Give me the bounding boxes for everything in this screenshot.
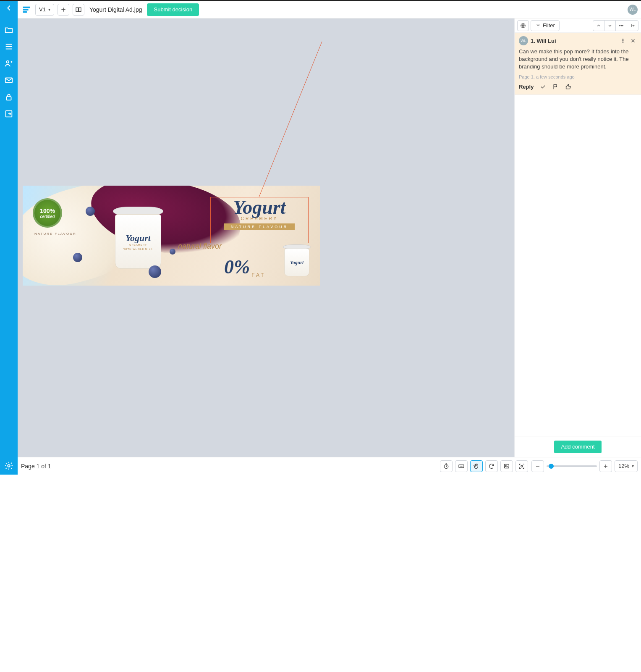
svg-rect-6 bbox=[23, 9, 29, 10]
comment-author: 1. Will Lui bbox=[531, 38, 617, 44]
zoom-slider[interactable] bbox=[547, 465, 597, 467]
svg-point-22 bbox=[521, 465, 523, 467]
blueberry-art bbox=[149, 265, 161, 278]
zoom-slider-thumb[interactable] bbox=[549, 464, 554, 469]
blueberry-art bbox=[73, 253, 82, 262]
reply-button[interactable]: Reply bbox=[519, 84, 534, 90]
image-tool-icon[interactable] bbox=[500, 460, 513, 472]
submit-decision-button[interactable]: Submit decision bbox=[147, 3, 199, 16]
svg-rect-2 bbox=[7, 97, 11, 100]
svg-point-0 bbox=[7, 61, 9, 63]
annotation-highlight[interactable]: Yogurt CREAMERY NATURE FLAVOUR bbox=[210, 197, 309, 243]
svg-rect-19 bbox=[459, 465, 464, 467]
panel-footer: Add comment bbox=[515, 436, 641, 457]
yogurt-cup-small: Yogurt bbox=[282, 244, 311, 278]
version-dropdown[interactable]: V1 ▾ bbox=[35, 4, 54, 16]
canvas-tools bbox=[440, 460, 528, 472]
blueberry-art bbox=[170, 249, 175, 255]
svg-point-16 bbox=[623, 40, 623, 41]
filename-label: Yogurt Digital Ad.jpg bbox=[88, 6, 144, 13]
comment-card[interactable]: WL 1. Will Lui Can we make this pop more… bbox=[515, 33, 641, 95]
comment-body: Can we make this pop more? It fades into… bbox=[519, 48, 637, 71]
main-column: V1 ▾ Yogurt Digital Ad.jpg Submit decisi… bbox=[18, 1, 641, 475]
svg-point-17 bbox=[623, 42, 623, 43]
svg-rect-20 bbox=[505, 464, 509, 468]
user-avatar[interactable]: WL bbox=[628, 5, 638, 15]
zero-fat-text: 0% FAT bbox=[224, 256, 265, 278]
resolve-icon[interactable] bbox=[539, 84, 546, 90]
svg-line-10 bbox=[259, 42, 322, 197]
rotate-tool-icon[interactable] bbox=[485, 460, 498, 472]
natural-flavor-text: natural flavor bbox=[178, 242, 222, 250]
next-comment-button[interactable] bbox=[604, 20, 616, 31]
page-info: Page 1 of 1 bbox=[21, 463, 51, 470]
export-icon[interactable] bbox=[4, 109, 13, 118]
share-user-icon[interactable] bbox=[4, 59, 13, 68]
comments-list: WL 1. Will Lui Can we make this pop more… bbox=[515, 33, 641, 436]
zoom-in-button[interactable] bbox=[599, 460, 612, 472]
zoom-value: 12% bbox=[618, 463, 629, 469]
back-icon[interactable] bbox=[4, 3, 13, 13]
panel-toolbar: Filter bbox=[515, 18, 641, 33]
keyboard-tool-icon[interactable] bbox=[455, 460, 468, 472]
compare-view-button[interactable] bbox=[73, 4, 84, 16]
svg-rect-5 bbox=[23, 6, 30, 8]
cup-subbrand: CREAMERY bbox=[129, 244, 147, 246]
svg-rect-8 bbox=[76, 8, 78, 11]
left-nav-rail bbox=[0, 1, 18, 475]
version-label: V1 bbox=[39, 6, 46, 13]
yogurt-cup-large: Yogurt CREAMERY WITH WHOLE MILK bbox=[111, 207, 165, 274]
cup-whole-milk: WITH WHOLE MILK bbox=[123, 248, 153, 250]
nature-flavour-small: NATURE FLAVOUR bbox=[34, 232, 76, 236]
add-version-button[interactable] bbox=[58, 4, 69, 16]
top-bar: V1 ▾ Yogurt Digital Ad.jpg Submit decisi… bbox=[18, 1, 641, 18]
thumbs-up-icon[interactable] bbox=[565, 84, 571, 90]
svg-point-12 bbox=[620, 25, 620, 26]
list-icon[interactable] bbox=[4, 42, 13, 51]
svg-point-15 bbox=[623, 39, 623, 40]
globe-icon[interactable] bbox=[517, 20, 529, 31]
comment-avatar: WL bbox=[519, 36, 528, 45]
cert-line2: certified bbox=[40, 214, 55, 219]
body-area: 100% certified NATURE FLAVOUR Yogurt CRE… bbox=[18, 18, 641, 457]
focus-tool-icon[interactable] bbox=[515, 460, 528, 472]
app-root: V1 ▾ Yogurt Digital Ad.jpg Submit decisi… bbox=[0, 0, 641, 475]
lock-icon[interactable] bbox=[4, 92, 13, 102]
comment-meta: Page 1, a few seconds ago bbox=[519, 74, 637, 79]
cup-brand: Yogurt bbox=[126, 233, 151, 244]
more-options-button[interactable] bbox=[615, 20, 627, 31]
close-icon[interactable] bbox=[629, 37, 637, 45]
prev-comment-button[interactable] bbox=[593, 20, 604, 31]
flag-icon[interactable] bbox=[552, 84, 559, 90]
zoom-controls: 12% ▾ bbox=[531, 460, 638, 472]
svg-rect-7 bbox=[23, 11, 27, 13]
mail-icon[interactable] bbox=[4, 76, 13, 85]
settings-icon[interactable] bbox=[4, 461, 13, 470]
certified-badge: 100% certified bbox=[33, 198, 62, 228]
comment-menu-icon[interactable] bbox=[619, 37, 627, 45]
comments-panel: Filter WL 1. Will Lui bbox=[514, 18, 641, 457]
bottom-bar: Page 1 of 1 12% ▾ bbox=[18, 457, 641, 475]
cert-line1: 100% bbox=[40, 207, 55, 214]
app-logo[interactable] bbox=[21, 4, 32, 15]
caret-down-icon: ▾ bbox=[632, 464, 634, 468]
svg-point-14 bbox=[623, 25, 623, 26]
filter-label: Filter bbox=[543, 22, 555, 29]
pan-tool-icon[interactable] bbox=[470, 460, 483, 472]
svg-rect-9 bbox=[79, 8, 81, 11]
zoom-out-button[interactable] bbox=[531, 460, 544, 472]
timer-tool-icon[interactable] bbox=[440, 460, 453, 472]
brand-block: Yogurt CREAMERY NATURE FLAVOUR bbox=[213, 200, 306, 230]
folder-icon[interactable] bbox=[4, 25, 13, 34]
filter-button[interactable]: Filter bbox=[531, 20, 560, 31]
collapse-panel-button[interactable] bbox=[627, 20, 638, 31]
caret-down-icon: ▾ bbox=[48, 7, 50, 12]
zoom-dropdown[interactable]: 12% ▾ bbox=[615, 460, 638, 472]
blueberry-art bbox=[86, 207, 95, 216]
canvas-viewport[interactable]: 100% certified NATURE FLAVOUR Yogurt CRE… bbox=[18, 18, 514, 457]
svg-point-13 bbox=[621, 25, 622, 26]
svg-point-4 bbox=[8, 465, 10, 467]
add-comment-button[interactable]: Add comment bbox=[554, 441, 601, 453]
